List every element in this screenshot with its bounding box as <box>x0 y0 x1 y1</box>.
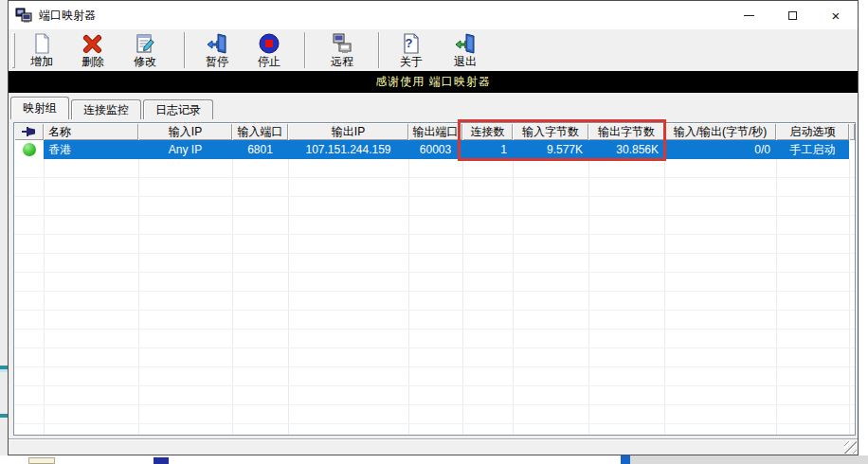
status-bar <box>9 438 858 455</box>
window-title: 端口映射器 <box>39 8 96 24</box>
stop-button[interactable]: 停止 <box>244 30 295 70</box>
cell-start-option[interactable]: 手工启动 <box>776 140 849 159</box>
modify-button[interactable]: 修改 <box>119 30 171 70</box>
remote-button[interactable]: 远程 <box>316 30 368 70</box>
column-header-output-ip[interactable]: 输出IP <box>288 123 408 140</box>
mapping-table: 名称 输入IP 输入端口 输出IP 输出端口 连接数 输入字节数 输出字节数 输… <box>13 122 856 436</box>
about-button[interactable]: ? 关于 <box>386 30 437 70</box>
column-header-start-option[interactable]: 启动选项 <box>776 123 849 140</box>
background-icon-fragment <box>621 455 630 464</box>
column-header-pin[interactable] <box>14 123 44 140</box>
exit-button[interactable]: 退出 <box>440 30 491 70</box>
pause-button[interactable]: 暂停 <box>191 30 243 70</box>
tab-connection-monitor[interactable]: 连接监控 <box>71 99 141 119</box>
column-header-input-port[interactable]: 输入端口 <box>232 123 288 140</box>
exit-door-icon <box>454 32 477 55</box>
app-icon <box>15 8 32 23</box>
remote-computers-icon <box>331 32 353 55</box>
red-highlight-annotation <box>458 119 666 161</box>
desktop-background-left <box>0 0 8 464</box>
table-empty-area[interactable] <box>14 159 855 435</box>
tab-log[interactable]: 日志记录 <box>143 99 213 119</box>
close-icon: × <box>832 9 841 23</box>
tab-bar: 映射组 连接监控 日志记录 <box>10 96 213 119</box>
toolbar-separator <box>304 32 306 68</box>
toolbar-button-label: 修改 <box>134 56 156 68</box>
cell-input-port[interactable]: 6801 <box>232 140 288 159</box>
toolbar-button-label: 远程 <box>331 56 353 68</box>
column-header-filler <box>849 123 855 140</box>
delete-x-icon <box>81 32 104 55</box>
column-header-name[interactable]: 名称 <box>44 123 138 140</box>
background-window-fragment <box>630 455 868 464</box>
background-icon-fragment <box>28 457 55 464</box>
background-window-fragment <box>0 414 8 418</box>
stop-circle-icon <box>258 32 280 55</box>
tab-mapping-group[interactable]: 映射组 <box>10 97 69 119</box>
cell-output-port[interactable]: 60003 <box>408 140 462 159</box>
svg-text:?: ? <box>406 36 413 50</box>
pause-door-icon <box>206 32 228 55</box>
edit-note-icon <box>134 32 156 55</box>
table-header: 名称 输入IP 输入端口 输出IP 输出端口 连接数 输入字节数 输出字节数 输… <box>14 123 855 140</box>
delete-button[interactable]: 删除 <box>67 30 118 70</box>
title-bar[interactable]: 端口映射器 × <box>9 1 858 29</box>
background-icon-fragment <box>154 457 169 464</box>
thanks-banner: 感谢使用 端口映射器 <box>9 71 858 93</box>
add-page-icon <box>30 32 53 55</box>
status-green-icon <box>23 143 36 156</box>
port-mapper-window: 端口映射器 × 增加 删除 <box>8 0 859 455</box>
minimize-icon <box>744 15 754 16</box>
toolbar-gripper[interactable] <box>11 32 15 68</box>
toolbar-button-label: 停止 <box>258 56 280 68</box>
cell-input-ip[interactable]: Any IP <box>138 140 232 159</box>
toolbar-button-label: 退出 <box>454 56 477 68</box>
minimize-button[interactable] <box>727 1 770 29</box>
toolbar-button-label: 关于 <box>400 56 423 68</box>
row-status-cell <box>14 140 44 159</box>
toolbar: 增加 删除 修改 暂停 <box>9 29 858 71</box>
close-button[interactable]: × <box>814 1 858 29</box>
cell-output-ip[interactable]: 107.151.244.159 <box>288 140 408 159</box>
column-header-input-ip[interactable]: 输入IP <box>138 123 232 140</box>
column-header-io-rate[interactable]: 输入/输出(字节/秒) <box>664 123 776 140</box>
toolbar-separator <box>184 32 186 68</box>
about-question-icon: ? <box>400 32 423 55</box>
background-window-fragment <box>0 369 8 372</box>
column-header-output-port[interactable]: 输出端口 <box>408 123 462 140</box>
toolbar-button-label: 增加 <box>30 56 53 68</box>
maximize-button[interactable] <box>770 1 814 29</box>
resize-grip-icon[interactable] <box>844 441 857 454</box>
toolbar-separator <box>378 32 380 68</box>
pin-icon <box>21 125 38 138</box>
cell-name[interactable]: 香港 <box>44 140 138 159</box>
cell-io-rate[interactable]: 0/0 <box>664 140 776 159</box>
add-button[interactable]: 增加 <box>16 30 67 70</box>
toolbar-button-label: 删除 <box>81 56 104 68</box>
table-row[interactable]: 香港 Any IP 6801 107.151.244.159 60003 1 9… <box>14 140 855 159</box>
maximize-icon <box>788 11 797 20</box>
toolbar-button-label: 暂停 <box>206 56 228 68</box>
